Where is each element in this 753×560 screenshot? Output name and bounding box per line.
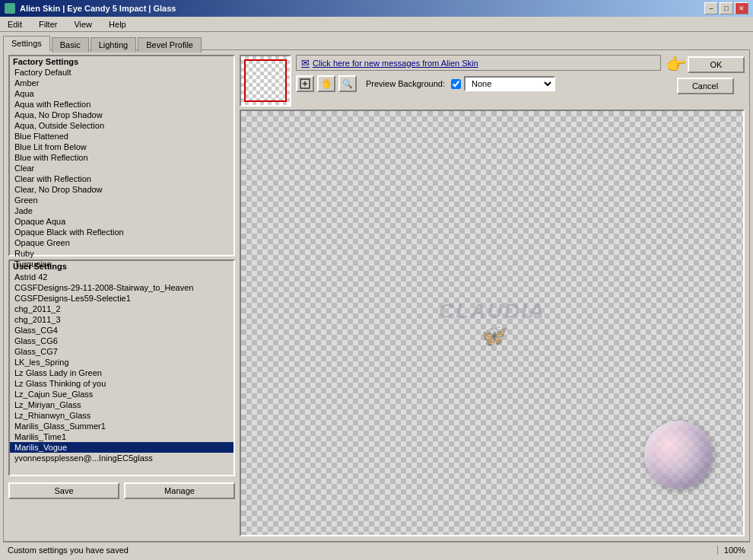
menu-bar: Edit Filter View Help [0, 17, 753, 32]
list-item[interactable]: chg_2011_3 [10, 314, 234, 325]
list-item-selected[interactable]: Marilis_Vogue [10, 442, 234, 453]
factory-scroll-container: Factory Default Amber Aqua Aqua with Ref… [10, 67, 234, 269]
factory-settings-label: Factory Settings [10, 56, 234, 67]
pan-button[interactable]: 🖐 [317, 75, 335, 92]
menu-edit[interactable]: Edit [3, 18, 27, 30]
list-item[interactable]: Aqua with Reflection [10, 99, 234, 110]
maximize-button[interactable]: □ [720, 2, 733, 14]
manage-button[interactable]: Manage [124, 482, 235, 499]
list-item[interactable]: Clear, No Drop Shadow [10, 184, 234, 195]
list-item[interactable]: Marilis_Glass_Summer1 [10, 421, 234, 431]
list-item[interactable]: Aqua [10, 88, 234, 99]
top-right-area: ✉ Click here for new messages from Alien… [240, 55, 745, 107]
user-settings-list[interactable]: Astrid 42 CGSFDesigns-29-11-2008-Stairwa… [10, 272, 234, 463]
preview-bg-select[interactable]: None [464, 76, 555, 91]
ok-button[interactable]: OK [688, 56, 745, 73]
content-area: Factory Settings Factory Default Amber A… [3, 49, 750, 542]
preview-bg-label: Preview Background: [366, 79, 445, 88]
list-item[interactable]: Lz Glass Lady in Green [10, 368, 234, 378]
zoom-button[interactable]: 🔍 [338, 75, 357, 92]
tab-settings[interactable]: Settings [3, 36, 50, 51]
list-item[interactable]: Ruby [10, 248, 234, 259]
status-bar: Custom settings you have saved 100% [3, 542, 750, 557]
list-item[interactable]: Lz Glass Thinking of you [10, 378, 234, 389]
window-title: Alien Skin | Eye Candy 5 Impact | Glass [20, 4, 176, 13]
tab-bar: Settings Basic Lighting Bevel Profile [3, 35, 750, 50]
glass-ball-preview [644, 421, 713, 489]
list-item[interactable]: Blue with Reflection [10, 152, 234, 163]
list-item[interactable]: Jade [10, 205, 234, 216]
tab-lighting[interactable]: Lighting [91, 37, 137, 52]
main-window: Settings Basic Lighting Bevel Profile Fa… [0, 32, 753, 560]
menu-help[interactable]: Help [104, 18, 131, 30]
list-item[interactable]: Glass_CG7 [10, 346, 234, 357]
list-item[interactable]: Blue Flattened [10, 131, 234, 142]
preview-bg-checkbox[interactable] [451, 79, 461, 89]
list-item[interactable]: Blue Lit from Below [10, 142, 234, 152]
user-scroll-container: Astrid 42 CGSFDesigns-29-11-2008-Stairwa… [10, 272, 234, 463]
list-item[interactable]: chg_2011_2 [10, 304, 234, 314]
save-button[interactable]: Save [8, 482, 119, 499]
middle-controls: ✉ Click here for new messages from Alien… [296, 55, 661, 92]
list-item[interactable]: LK_les_Spring [10, 357, 234, 368]
list-item[interactable]: Amber [10, 78, 234, 88]
preview-thumbnail [240, 55, 291, 107]
title-bar: Alien Skin | Eye Candy 5 Impact | Glass … [0, 0, 753, 17]
list-item[interactable]: Glass_CG4 [10, 325, 234, 336]
list-item[interactable]: Opaque Green [10, 237, 234, 248]
user-settings-panel: User Settings Astrid 42 CGSFDesigns-29-1… [8, 259, 235, 476]
factory-settings-panel: Factory Settings Factory Default Amber A… [8, 55, 235, 256]
preview-thumb-inner [244, 59, 287, 102]
menu-view[interactable]: View [69, 18, 97, 30]
butterfly-icon: 🦋 [478, 323, 507, 348]
list-item[interactable]: Opaque Aqua [10, 216, 234, 227]
close-button[interactable]: ✕ [735, 2, 748, 14]
app-icon [5, 3, 15, 14]
preview-controls: 🖐 🔍 Preview Background: None [296, 75, 661, 92]
status-left: Custom settings you have saved [8, 546, 129, 555]
list-item[interactable]: Opaque Black with Reflection [10, 227, 234, 237]
zoom-icon: 🔍 [342, 79, 353, 89]
list-item[interactable]: Clear [10, 163, 234, 173]
user-settings-label: User Settings [10, 261, 234, 272]
envelope-icon: ✉ [301, 57, 310, 68]
factory-settings-list[interactable]: Factory Default Amber Aqua Aqua with Ref… [10, 67, 234, 269]
tab-bevel-profile[interactable]: Bevel Profile [138, 37, 202, 52]
right-panel: ✉ Click here for new messages from Alien… [240, 55, 745, 536]
minimize-button[interactable]: – [704, 2, 718, 14]
ok-hand-icon: 👉 [666, 55, 686, 75]
list-item[interactable]: Lz_Rhianwyn_Glass [10, 410, 234, 421]
list-item[interactable]: CGSFDesigns-Les59-Selectie1 [10, 293, 234, 304]
list-item[interactable]: Astrid 42 [10, 272, 234, 282]
tab-basic[interactable]: Basic [52, 37, 89, 52]
status-right: 100% [717, 546, 745, 555]
cancel-button[interactable]: Cancel [677, 78, 734, 94]
message-link[interactable]: ✉ Click here for new messages from Alien… [296, 55, 661, 71]
list-item[interactable]: Aqua, No Drop Shadow [10, 110, 234, 120]
list-item[interactable]: Marilis_Time1 [10, 431, 234, 442]
list-item[interactable]: Factory Default [10, 67, 234, 78]
menu-filter[interactable]: Filter [34, 18, 62, 30]
list-item[interactable]: Glass_CG6 [10, 336, 234, 346]
main-preview-area[interactable]: CLAUDIA 🦋 [240, 110, 745, 536]
pan-icon: 🖐 [321, 78, 332, 89]
watermark: CLAUDIA 🦋 [439, 298, 545, 348]
list-item[interactable]: CGSFDesigns-29-11-2008-Stairway_to_Heave… [10, 282, 234, 293]
list-item[interactable]: yvonnespsplessen@...IningEC5glass [10, 453, 234, 463]
list-item[interactable]: Clear with Reflection [10, 173, 234, 184]
message-link-text[interactable]: Click here for new messages from Alien S… [313, 59, 478, 68]
ok-area: 👉 OK [666, 55, 745, 75]
action-buttons: Save Manage [8, 482, 235, 499]
watermark-text: CLAUDIA [439, 298, 545, 323]
list-item[interactable]: Lz_Miriyan_Glass [10, 399, 234, 410]
list-item[interactable]: Green [10, 195, 234, 205]
zoom-to-fit-button[interactable] [296, 75, 314, 92]
list-item[interactable]: Lz_Cajun Sue_Glass [10, 389, 234, 399]
left-panel: Factory Settings Factory Default Amber A… [8, 55, 235, 536]
ok-cancel-area: 👉 OK Cancel [666, 55, 745, 94]
list-item[interactable]: Aqua, Outside Selection [10, 120, 234, 131]
